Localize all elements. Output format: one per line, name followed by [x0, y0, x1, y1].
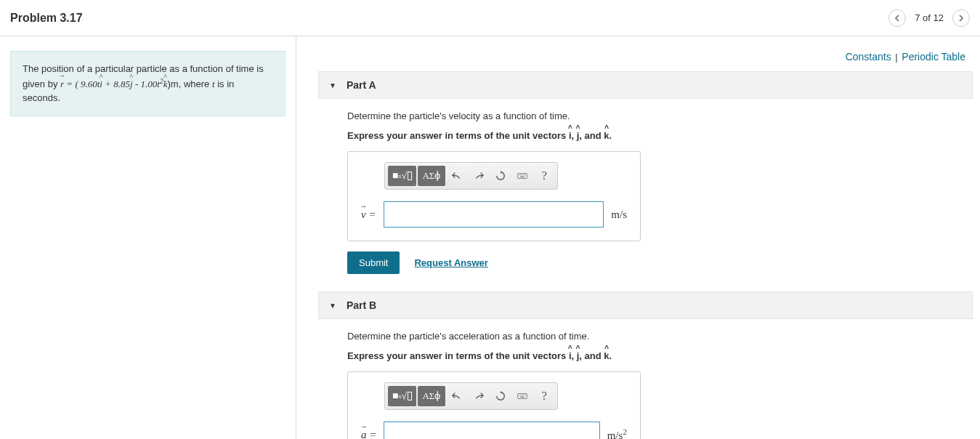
svg-rect-0 [518, 174, 527, 179]
top-nav: 7 of 12 [888, 9, 970, 27]
keyboard-button[interactable] [512, 386, 532, 406]
svg-point-11 [524, 395, 525, 395]
top-bar: Problem 3.17 7 of 12 [0, 0, 980, 36]
part-b-answer-input[interactable] [384, 422, 599, 439]
after: )m, where [168, 78, 212, 89]
submit-button[interactable]: Submit [347, 251, 400, 274]
templates-button[interactable]: ■x√ [388, 166, 416, 186]
undo-icon [452, 171, 462, 181]
part-a-answer-box: ■x√ ΑΣϕ ? [347, 151, 641, 241]
part-a-body: Determine the particle's velocity as a f… [318, 110, 973, 291]
part-a-unit: m/s [611, 209, 627, 221]
j-hat: j [130, 77, 133, 92]
svg-rect-7 [518, 394, 527, 399]
part-a-title: Part A [347, 79, 376, 91]
sep2: , and [579, 130, 604, 141]
greek-button[interactable]: ΑΣϕ [418, 386, 445, 406]
unit-pre: m/s [607, 430, 623, 439]
redo-icon [474, 171, 484, 181]
i-hat: i [100, 77, 102, 92]
chevron-right-icon [957, 15, 965, 22]
part-a-input-row: v = m/s [355, 201, 633, 227]
bold-before-b: Express your answer in terms of the unit… [347, 350, 569, 361]
chevron-left-icon [894, 15, 901, 22]
eq: = ( 9.60 [64, 78, 97, 89]
help-button[interactable]: ? [534, 166, 554, 186]
variable-a: a = [361, 429, 376, 440]
square-icon: ■ [392, 170, 398, 182]
next-button[interactable] [952, 9, 970, 27]
svg-point-2 [521, 174, 522, 175]
part-a-submit-row: Submit Request Answer [347, 251, 973, 274]
minus: - 1.00 [133, 78, 158, 89]
page-counter: 7 of 12 [915, 12, 944, 23]
part-a-instruction: Determine the particle's velocity as a f… [347, 110, 973, 121]
bold-after-b: . [610, 350, 612, 361]
help-button[interactable]: ? [534, 386, 554, 406]
constants-link[interactable]: Constants [846, 51, 891, 63]
square-icon: ■ [392, 390, 398, 402]
right-column: Constants | Periodic Table ▼ Part A Dete… [296, 36, 980, 439]
i-hat-b: i [569, 350, 572, 361]
redo-button[interactable] [469, 166, 489, 186]
svg-point-1 [519, 174, 520, 175]
vec-v: v [361, 209, 366, 221]
svg-point-9 [521, 395, 522, 395]
root-icon: √ [401, 170, 407, 182]
reset-icon [495, 171, 506, 181]
reset-icon [495, 391, 506, 401]
part-a-answer-input[interactable] [384, 201, 604, 227]
equation-toolbar: ■x√ ΑΣϕ ? [384, 162, 558, 190]
k-hat: k [163, 77, 168, 92]
i-hat: i [569, 130, 572, 141]
variable-v: v = [361, 209, 376, 221]
reset-button[interactable] [490, 386, 511, 406]
part-a-hint: Express your answer in terms of the unit… [347, 130, 973, 141]
sep2b: , and [579, 350, 604, 361]
a-eq: = [367, 429, 377, 440]
bold-before: Express your answer in terms of the unit… [347, 130, 569, 141]
part-b-input-row: a = m/s2 [355, 422, 633, 439]
v-eq: = [366, 209, 376, 220]
root-icon: √ [401, 390, 407, 402]
link-separator: | [895, 52, 897, 63]
equation-toolbar-b: ■x√ ΑΣϕ ? [384, 382, 558, 410]
part-b-hint: Express your answer in terms of the unit… [347, 350, 973, 361]
svg-rect-13 [521, 397, 525, 398]
svg-point-10 [522, 395, 523, 395]
reset-button[interactable] [490, 166, 511, 186]
svg-point-8 [519, 395, 520, 395]
undo-button[interactable] [447, 386, 467, 406]
undo-button[interactable] [447, 166, 467, 186]
prev-button[interactable] [888, 9, 906, 27]
svg-point-12 [525, 395, 526, 395]
bold-after: . [610, 130, 612, 141]
svg-point-3 [522, 174, 523, 175]
unit-exp: 2 [623, 427, 627, 436]
collapse-icon: ▼ [329, 302, 336, 310]
svg-point-4 [524, 174, 525, 175]
k-hat-b: k [604, 350, 609, 361]
vec-a: a [361, 429, 367, 440]
part-a-header[interactable]: ▼ Part A [318, 71, 973, 99]
templates-button[interactable]: ■x√ [388, 386, 416, 406]
j-hat: j [577, 130, 580, 141]
resource-links: Constants | Periodic Table [318, 51, 973, 63]
k-hat: k [604, 130, 609, 141]
keyboard-icon [517, 391, 527, 401]
part-b-title: Part B [347, 299, 376, 311]
request-answer-link[interactable]: Request Answer [414, 257, 487, 268]
problem-prompt: The position of a particular particle as… [10, 51, 286, 116]
greek-button[interactable]: ΑΣϕ [418, 166, 445, 186]
part-b-body: Determine the particle's acceleration as… [318, 331, 973, 439]
part-b-header[interactable]: ▼ Part B [318, 291, 973, 319]
part-b-instruction: Determine the particle's acceleration as… [347, 331, 973, 342]
problem-title: Problem 3.17 [10, 12, 83, 25]
keyboard-button[interactable] [512, 166, 532, 186]
part-b-unit: m/s2 [607, 427, 627, 439]
periodic-table-link[interactable]: Periodic Table [902, 51, 965, 63]
redo-button[interactable] [469, 386, 489, 406]
left-column: The position of a particular particle as… [0, 36, 296, 439]
redo-icon [474, 391, 484, 401]
keyboard-icon [517, 171, 527, 181]
